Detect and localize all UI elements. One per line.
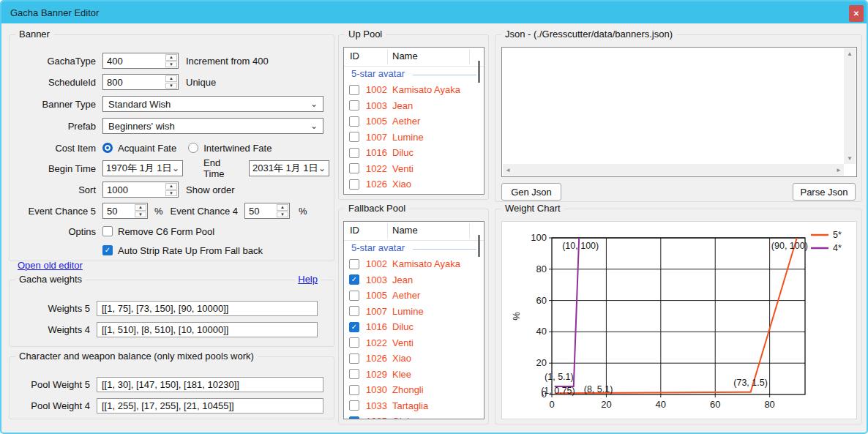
- sort-spinner[interactable]: 1000 ▲▼: [102, 182, 179, 198]
- scroll-up-icon[interactable]: ▲: [845, 48, 855, 59]
- column-header-id[interactable]: ID: [350, 50, 359, 61]
- schedule-id-spinner[interactable]: 800 ▲▼: [102, 74, 179, 90]
- row-id: 1029: [366, 369, 387, 380]
- row-name: Zhongli: [392, 384, 424, 395]
- row-checkbox[interactable]: ✓: [349, 116, 359, 127]
- help-link[interactable]: Help: [295, 274, 321, 285]
- gen-json-button[interactable]: Gen Json: [501, 183, 561, 201]
- row-checkbox[interactable]: ✓: [349, 400, 359, 411]
- spin-up-button[interactable]: ▲: [165, 75, 177, 82]
- event-chance-4-spinner[interactable]: 50 ▲▼: [244, 203, 290, 219]
- pool-row[interactable]: ✓ 1022 Venti: [344, 335, 484, 351]
- open-old-editor-link[interactable]: Open old editor: [18, 260, 83, 271]
- spin-up-button[interactable]: ▲: [165, 183, 177, 190]
- row-checkbox[interactable]: ✓: [349, 274, 359, 285]
- scroll-left-icon[interactable]: ◄: [503, 165, 513, 176]
- row-checkbox[interactable]: ✓: [349, 322, 359, 332]
- json-vertical-scrollbar[interactable]: ▲ ▼: [844, 48, 856, 164]
- event-chance-4-value[interactable]: 50: [245, 203, 276, 218]
- pool-weight-5-input[interactable]: [[1, 30], [147, 150], [181, 10230]]: [97, 377, 323, 392]
- titlebar[interactable]: Gacha Banner Editor ✕: [1, 1, 867, 23]
- pool-row[interactable]: ✓ 1005 Aether: [344, 113, 484, 130]
- weights-5-input[interactable]: [[1, 75], [73, 150], [90, 10000]]: [97, 301, 318, 316]
- spin-up-button[interactable]: ▲: [135, 204, 146, 211]
- banner-type-combo[interactable]: Standard Wish ⌄: [102, 96, 323, 112]
- auto-strip-checkbox[interactable]: ✓: [102, 245, 113, 255]
- column-header-id[interactable]: ID: [350, 225, 359, 236]
- row-checkbox[interactable]: ✓: [349, 337, 359, 348]
- spin-down-button[interactable]: ▼: [165, 83, 177, 89]
- up-pool-list[interactable]: ID Name 5-star avatar ✓ 1002 Kamisato Ay…: [343, 47, 484, 195]
- row-checkbox[interactable]: ✓: [349, 85, 359, 95]
- row-checkbox[interactable]: ✓: [349, 385, 359, 395]
- row-checkbox[interactable]: ✓: [349, 132, 359, 142]
- row-id: 1003: [366, 274, 387, 285]
- end-time-picker[interactable]: 2031年 1月 1日 ⌄: [249, 160, 329, 176]
- up-pool-scrollbar[interactable]: [478, 61, 480, 83]
- column-header-name[interactable]: Name: [392, 225, 418, 236]
- row-checkbox[interactable]: ✓: [349, 148, 359, 158]
- parse-json-button[interactable]: Parse Json: [793, 183, 856, 201]
- balance-group-title: Character and weapon balance (only mixed…: [15, 351, 258, 362]
- fallback-pool-scrollbar[interactable]: [478, 235, 480, 257]
- schedule-id-value[interactable]: 800: [103, 75, 165, 89]
- pool-row[interactable]: ✓ 1005 Aether: [344, 288, 484, 304]
- pool-row[interactable]: ✓ 1003 Jean: [344, 272, 484, 288]
- pool-row[interactable]: ✓ 1026 Xiao: [344, 351, 484, 367]
- row-checkbox[interactable]: ✓: [349, 369, 359, 379]
- event-chance-5-value[interactable]: 50: [103, 203, 134, 218]
- pool-row[interactable]: ✓ 1003 Jean: [344, 98, 484, 114]
- scroll-down-icon[interactable]: ▼: [845, 153, 855, 164]
- row-checkbox[interactable]: ✓: [349, 179, 359, 190]
- pool-weight-4-label: Pool Weight 4: [14, 400, 97, 411]
- intertwined-fate-label: Intertwined Fate: [203, 143, 272, 154]
- row-checkbox[interactable]: ✓: [349, 306, 359, 316]
- weights-4-input[interactable]: [[1, 510], [8, 510], [10, 10000]]: [97, 322, 318, 337]
- close-button[interactable]: ✕: [849, 5, 864, 22]
- section-label: 5-star avatar: [351, 242, 405, 253]
- json-horizontal-scrollbar[interactable]: ◄ ►: [503, 164, 844, 176]
- event-chance-5-spinner[interactable]: 50 ▲▼: [102, 203, 148, 219]
- pool-row[interactable]: ✓ 1022 Venti: [344, 161, 484, 177]
- spin-up-button[interactable]: ▲: [277, 204, 288, 211]
- pool-row[interactable]: ✓ 1026 Xiao: [344, 176, 484, 192]
- fallback-pool-list[interactable]: ID Name 5-star avatar ✓ 1002 Kamisato Ay…: [343, 221, 484, 419]
- spin-down-button[interactable]: ▼: [135, 212, 146, 218]
- remove-c6-checkbox[interactable]: ✓: [102, 226, 113, 236]
- row-checkbox[interactable]: ✓: [349, 100, 359, 111]
- spin-down-icon: ▼: [138, 212, 143, 217]
- intertwined-fate-radio[interactable]: [188, 143, 198, 153]
- spin-down-button[interactable]: ▼: [277, 212, 288, 218]
- up-pool-section: 5-star avatar: [344, 66, 484, 82]
- begin-time-picker[interactable]: 1970年 1月 1日 ⌄: [102, 160, 183, 176]
- pool-row[interactable]: ✓ 1030 Zhongli: [344, 382, 484, 398]
- pool-row[interactable]: ✓ 1016 Diluc: [344, 145, 484, 161]
- pool-row[interactable]: ✓ 1033 Tartaglia: [344, 398, 484, 414]
- row-checkbox[interactable]: ✓: [349, 291, 359, 301]
- gacha-type-spinner[interactable]: 400 ▲▼: [102, 53, 179, 69]
- spin-up-button[interactable]: ▲: [165, 54, 177, 61]
- prefab-combo[interactable]: Beginners' wish ⌄: [102, 118, 323, 134]
- pool-weight-4-input[interactable]: [[1, 255], [17, 255], [21, 10455]]: [97, 398, 323, 414]
- pool-row[interactable]: ✓ 1007 Lumine: [344, 304, 484, 320]
- pool-row[interactable]: ✓ 1029 Klee: [344, 367, 484, 383]
- pool-weight-5-label: Pool Weight 5: [14, 379, 97, 390]
- gacha-type-value[interactable]: 400: [103, 53, 165, 68]
- pool-row[interactable]: ✓ 1016 Diluc: [344, 319, 484, 335]
- pool-row[interactable]: ✓ 1007 Lumine: [344, 130, 484, 146]
- row-checkbox[interactable]: ✓: [349, 259, 359, 269]
- column-header-name[interactable]: Name: [392, 50, 418, 61]
- acquaint-fate-radio[interactable]: [102, 143, 113, 153]
- sort-value[interactable]: 1000: [103, 182, 165, 197]
- row-checkbox[interactable]: ✓: [349, 416, 359, 419]
- json-textarea[interactable]: ▲ ▼ ◄ ►: [501, 47, 857, 177]
- pool-row[interactable]: ✓ 1035 Qiqi: [344, 414, 484, 419]
- pool-row[interactable]: ✓ 1002 Kamisato Ayaka: [344, 82, 484, 98]
- pool-row[interactable]: ✓ 1002 Kamisato Ayaka: [344, 256, 484, 272]
- row-checkbox[interactable]: ✓: [349, 163, 359, 173]
- spin-down-button[interactable]: ▼: [165, 190, 177, 197]
- row-name: Xiao: [392, 179, 411, 190]
- row-checkbox[interactable]: ✓: [349, 353, 359, 364]
- spin-down-button[interactable]: ▼: [165, 61, 177, 68]
- scroll-right-icon[interactable]: ►: [834, 165, 844, 176]
